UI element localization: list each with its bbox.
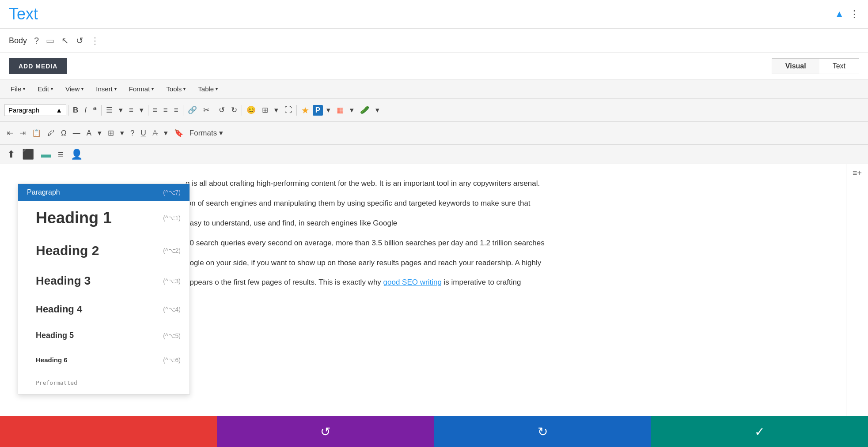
plugin-icon-2[interactable]: ⬛ [19, 147, 37, 162]
plugin-circle-button[interactable]: 🥒 [357, 104, 372, 116]
tab-visual[interactable]: Visual [772, 59, 819, 74]
menu-insert[interactable]: Insert ▾ [90, 82, 123, 96]
visual-text-tabs: Visual Text [772, 58, 859, 74]
undo-button[interactable]: ↺ [216, 104, 227, 116]
dropdown-item-h5[interactable]: Heading 5 (^⌥5) [18, 323, 190, 348]
indent-button[interactable]: ⇥ [17, 127, 28, 139]
menu-view[interactable]: View ▾ [59, 82, 90, 96]
align-center-button[interactable]: ≡ [161, 104, 171, 116]
plugin-icon-5[interactable]: 👤 [68, 147, 85, 162]
hr-button[interactable]: — [70, 127, 83, 139]
outdent-button[interactable]: ⇤ [4, 127, 16, 139]
star-button[interactable]: ★ [299, 103, 312, 117]
menu-file[interactable]: File ▾ [4, 82, 31, 96]
plugin-p-arrow[interactable]: ▾ [324, 104, 333, 116]
unordered-list-button[interactable]: ☰ [103, 104, 115, 116]
paste-plain-button[interactable]: 📋 [29, 127, 44, 139]
strikethrough-arrow[interactable]: ▾ [161, 127, 171, 139]
dropdown-item-paragraph[interactable]: Paragraph (^⌥7) [18, 184, 190, 201]
unordered-list-arrow[interactable]: ▾ [116, 104, 125, 116]
add-media-button[interactable]: ADD MEDIA [9, 58, 67, 74]
bookmark-button[interactable]: 🔖 [171, 127, 186, 139]
dropdown-item-h4[interactable]: Heading 4 (^⌥4) [18, 296, 190, 323]
chevron-down-icon: ▾ [23, 86, 25, 91]
chevron-down-icon: ▾ [51, 86, 53, 91]
confirm-button[interactable]: ✓ [651, 416, 868, 447]
seo-link[interactable]: good SEO writing [383, 278, 442, 286]
unlink-button[interactable]: ✂ [201, 104, 212, 116]
cursor-icon[interactable]: ↖ [61, 35, 69, 46]
editor-toolbar-3: ⬆ ⬛ ▬ ≡ 👤 [0, 145, 868, 164]
plugin-red-arrow[interactable]: ▾ [347, 104, 356, 116]
ordered-list-button[interactable]: ≡ [126, 104, 136, 116]
page-title: Text [9, 5, 38, 23]
plugin-circle-arrow[interactable]: ▾ [373, 104, 382, 116]
special-char-button[interactable]: Ω [58, 127, 69, 139]
plugin-icon-1[interactable]: ⬆ [4, 147, 18, 162]
content-area: Paragraph (^⌥7) Heading 1 (^⌥1) Heading … [0, 164, 868, 416]
help-icon[interactable]: ? [34, 36, 39, 46]
add-row-icon[interactable]: ≡+ [853, 169, 862, 178]
undo-icon[interactable]: ↺ [76, 35, 83, 46]
table2-arrow[interactable]: ▾ [118, 127, 127, 139]
undo-bottom-icon: ↺ [320, 424, 330, 439]
chevron-down-icon: ▾ [152, 86, 154, 91]
separator [101, 105, 102, 116]
redo-bottom-icon: ↻ [538, 424, 548, 439]
plugin-p-button[interactable]: P [313, 105, 323, 116]
more-icon[interactable]: ⋮ [91, 35, 99, 46]
content-p4: 00 search queries every second on averag… [186, 237, 828, 250]
separator [183, 105, 183, 116]
cancel-button[interactable] [0, 416, 217, 447]
paragraph-style-dropdown: Paragraph (^⌥7) Heading 1 (^⌥1) Heading … [18, 184, 190, 394]
content-p2: ion of search engines and manipulating t… [186, 197, 828, 210]
dropdown-item-h6[interactable]: Heading 6 (^⌥6) [18, 348, 190, 372]
collapse-icon[interactable]: ▲ [834, 8, 844, 20]
menu-table[interactable]: Table ▾ [192, 82, 224, 96]
emoji-button[interactable]: 😊 [244, 104, 258, 116]
redo-bottom-button[interactable]: ↻ [434, 416, 651, 447]
plugin-red-button[interactable]: ▦ [334, 104, 346, 116]
align-right-button[interactable]: ≡ [171, 104, 181, 116]
tab-text[interactable]: Text [819, 59, 859, 74]
formats-button[interactable]: Formats ▾ [187, 127, 226, 139]
align-left-button[interactable]: ≡ [150, 104, 160, 116]
italic-button[interactable]: I [82, 104, 89, 116]
dropdown-item-h3[interactable]: Heading 3 (^⌥3) [18, 266, 190, 296]
redo-button[interactable]: ↻ [228, 104, 240, 116]
menu-edit[interactable]: Edit ▾ [31, 82, 59, 96]
underline-button[interactable]: U [138, 127, 149, 139]
font-color-button[interactable]: A [84, 127, 94, 139]
blockquote-button[interactable]: ❝ [90, 104, 99, 116]
chevron-down-icon: ▾ [216, 86, 218, 91]
undo-bottom-button[interactable]: ↺ [217, 416, 434, 447]
dropdown-item-h1[interactable]: Heading 1 (^⌥1) [18, 201, 190, 235]
body-label: Body [9, 36, 27, 45]
fullscreen-button[interactable]: ⛶ [282, 104, 295, 116]
dropdown-item-pre[interactable]: Preformatted [18, 372, 190, 394]
help2-button[interactable]: ? [128, 127, 137, 139]
table2-button[interactable]: ⊞ [105, 127, 117, 139]
more-options-icon[interactable]: ⋮ [849, 8, 859, 20]
highlight-button[interactable]: 🖊 [45, 127, 57, 139]
paragraph-label: Paragraph [8, 106, 39, 114]
content-p6: appears o the first few pages of results… [186, 276, 828, 289]
select-arrow-icon: ▲ [56, 106, 62, 114]
dropdown-item-h2[interactable]: Heading 2 (^⌥2) [18, 235, 190, 266]
content-p3: easy to understand, use and find, in sea… [186, 217, 828, 230]
ordered-list-arrow[interactable]: ▾ [137, 104, 146, 116]
table-arrow[interactable]: ▾ [272, 104, 281, 116]
separator [296, 105, 297, 116]
link-button[interactable]: 🔗 [185, 104, 200, 116]
mobile-preview-icon[interactable]: ▭ [46, 35, 54, 46]
font-color-arrow[interactable]: ▾ [95, 127, 104, 139]
plugin-icon-4[interactable]: ≡ [55, 147, 66, 162]
paragraph-style-select[interactable]: Paragraph ▲ [4, 104, 66, 116]
strikethrough-button[interactable]: A̶ [150, 127, 160, 139]
plugin-icon-3[interactable]: ▬ [38, 147, 53, 162]
menu-bar: File ▾ Edit ▾ View ▾ Insert ▾ Format ▾ T… [0, 79, 868, 99]
bold-button[interactable]: B [70, 104, 81, 116]
table-button[interactable]: ⊞ [259, 104, 271, 116]
menu-tools[interactable]: Tools ▾ [160, 82, 192, 96]
menu-format[interactable]: Format ▾ [123, 82, 160, 96]
